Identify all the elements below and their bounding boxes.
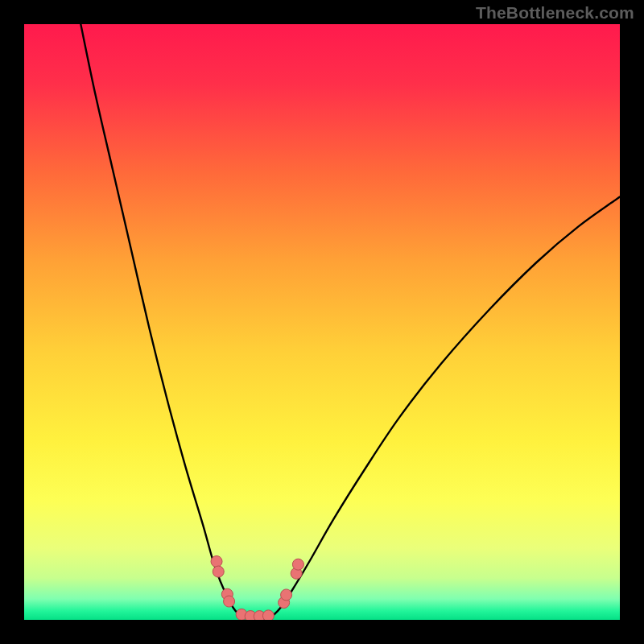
data-marker [211,555,222,567]
curve-bottleneck-curve-right [271,197,620,617]
curve-layer [24,24,620,620]
data-marker [281,589,292,601]
data-marker [292,559,303,570]
chart-frame: TheBottleneck.com [0,0,644,644]
curve-bottleneck-curve-left [80,24,243,617]
data-marker [262,610,274,620]
watermark-text: TheBottleneck.com [476,3,634,23]
data-marker [224,596,235,607]
data-marker [213,566,224,577]
plot-area [24,24,620,620]
